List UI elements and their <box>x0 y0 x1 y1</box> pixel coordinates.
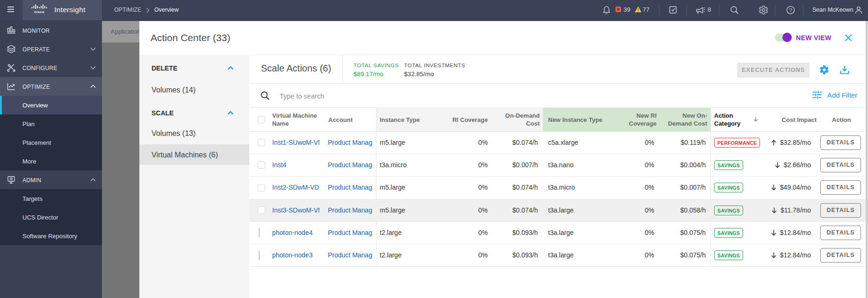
svg-text:cisco: cisco <box>34 10 44 14</box>
svg-text:?: ? <box>789 7 792 13</box>
